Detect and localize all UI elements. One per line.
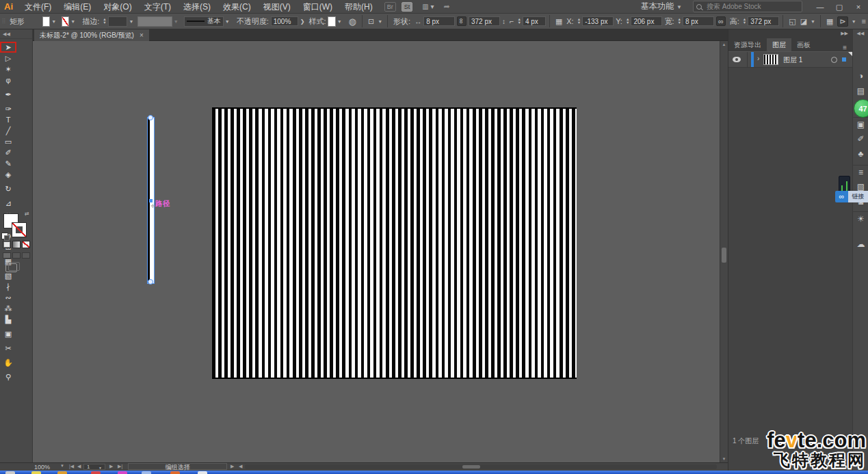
panel-grip[interactable]: ⁞⁞ — [0, 18, 8, 25]
recolor-artwork-icon[interactable]: ◍ — [349, 16, 356, 27]
corner-radius-stepper[interactable]: ▲▼ — [517, 18, 521, 25]
color-button[interactable] — [3, 241, 11, 248]
brushes-panel-icon[interactable]: ✐ — [853, 132, 868, 146]
stroke-weight-stepper[interactable]: ▲▼ — [103, 18, 106, 25]
link-dimensions-icon[interactable]: ∞ — [457, 16, 466, 26]
layer-target-icon[interactable] — [831, 57, 837, 63]
chevron-down-icon[interactable]: ▼ — [60, 464, 64, 468]
x-input[interactable] — [582, 16, 614, 26]
taskbar-app-6[interactable] — [142, 471, 151, 474]
align-to-selection-icon[interactable]: ⊳ — [837, 16, 847, 27]
sync-settings-icon[interactable]: ➦ — [443, 2, 449, 11]
curvature-tool[interactable]: ✑ — [0, 103, 16, 114]
selection-midpoint-handle[interactable] — [149, 199, 153, 202]
width-input[interactable] — [683, 16, 714, 26]
artboard-striped-artwork[interactable] — [212, 107, 577, 379]
blend-tool[interactable]: ∾ — [0, 292, 16, 303]
height-input[interactable] — [748, 16, 779, 26]
workspace-switcher[interactable]: 基本功能▼ — [641, 1, 683, 12]
taskbar-app-2[interactable] — [31, 471, 41, 474]
next-artboard-icon[interactable]: ▶ — [109, 464, 113, 469]
chevron-down-icon[interactable]: ▼ — [129, 19, 133, 24]
taskbar-app-4[interactable] — [91, 471, 101, 474]
stroke-indicator[interactable] — [12, 222, 27, 237]
close-icon[interactable]: × — [140, 29, 144, 41]
align-objects-icon[interactable]: ▦ — [826, 17, 833, 26]
default-fill-stroke-icon[interactable] — [1, 233, 8, 239]
draw-inside-button[interactable] — [22, 252, 30, 259]
layer-name[interactable]: 图层 1 — [783, 55, 802, 65]
color-panel-icon[interactable]: ◑ — [853, 69, 868, 83]
menu-item[interactable]: 文件(F) — [18, 0, 57, 14]
menu-item[interactable]: 选择(S) — [177, 0, 217, 14]
stock-badge[interactable]: St — [402, 2, 413, 12]
menu-item[interactable]: 视图(V) — [257, 0, 297, 14]
chevron-down-icon[interactable]: ▼ — [225, 19, 230, 24]
select-similar-icon[interactable]: ⊡ — [368, 17, 374, 26]
tab-layers[interactable]: 图层 — [767, 38, 791, 51]
creative-cloud-icon[interactable]: ☁ — [853, 237, 868, 251]
swap-fill-stroke-icon[interactable]: ⇄ — [25, 211, 29, 217]
menu-item[interactable]: 效果(C) — [217, 0, 257, 14]
lasso-tool[interactable]: φ — [0, 75, 16, 85]
tab-artboards[interactable]: 画板 — [791, 38, 816, 51]
taskbar-app-1[interactable] — [5, 471, 15, 474]
opacity-input[interactable] — [271, 16, 298, 26]
layer-disclosure-icon[interactable]: › — [757, 55, 759, 62]
rotate-tool[interactable]: ↻ — [0, 183, 16, 194]
document-tab[interactable]: 未标题-2* @ 100% (RGB/预览) × — [34, 29, 149, 41]
bridge-badge[interactable]: Br — [384, 2, 396, 12]
taskbar-app-8[interactable] — [198, 471, 207, 474]
taskbar-app-5[interactable] — [118, 471, 127, 474]
menu-item[interactable]: 帮助(H) — [339, 0, 379, 14]
first-artboard-icon[interactable]: |◀ — [69, 464, 74, 469]
align-to-pixel-grid-icon[interactable]: ▦ — [555, 17, 562, 26]
scroll-right-icon[interactable]: ▶ — [231, 464, 234, 469]
screen-mode-button[interactable] — [5, 263, 17, 272]
horizontal-scroll-thumb[interactable] — [462, 465, 480, 469]
scroll-down-icon[interactable]: ▼ — [720, 457, 728, 461]
graphic-style-swatch[interactable] — [328, 16, 335, 27]
hand-tool[interactable]: ✋ — [0, 357, 16, 368]
tab-asset-export[interactable]: 资源导出 — [728, 38, 767, 51]
links-panel-flyout[interactable]: ∞ 链接 — [835, 191, 868, 202]
close-button[interactable]: × — [849, 0, 868, 14]
horizontal-scrollbar[interactable] — [245, 464, 717, 469]
y-input[interactable] — [631, 16, 662, 26]
selection-handle-top[interactable] — [148, 115, 153, 120]
scroll-left-icon[interactable]: ◀ — [239, 464, 242, 469]
menu-item[interactable]: 编辑(E) — [57, 0, 97, 14]
stroke-color-swatch[interactable] — [62, 16, 69, 27]
chevron-down-icon[interactable]: ▼ — [852, 19, 856, 24]
paintbrush-tool[interactable]: ✐ — [0, 147, 16, 158]
scale-tool[interactable]: ⊿ — [0, 198, 16, 209]
pencil-tool[interactable]: ✎ — [0, 158, 16, 169]
vertical-scroll-thumb[interactable] — [722, 248, 726, 263]
zoom-tool[interactable]: ⚲ — [0, 371, 16, 382]
zoom-level[interactable]: 100% — [34, 464, 50, 471]
dock-collapse-header[interactable]: ▶▶ — [728, 29, 852, 38]
draw-normal-button[interactable] — [3, 252, 11, 259]
libraries-panel-icon[interactable]: ▣ — [853, 117, 868, 131]
strip-expand-header[interactable]: ◀◀ — [853, 29, 868, 38]
shape-height-input[interactable] — [469, 16, 500, 26]
magic-wand-tool[interactable]: ✶ — [0, 64, 16, 75]
chevron-down-icon[interactable]: ▼ — [811, 19, 815, 24]
canvas[interactable]: ✛ 路径 — [33, 41, 720, 462]
expand-arrow-icon[interactable]: ❯ — [300, 18, 305, 25]
x-stepper[interactable]: ▲▼ — [577, 18, 581, 25]
layer-thumbnail[interactable] — [763, 54, 778, 65]
fill-color-swatch[interactable] — [42, 16, 50, 27]
shape-width-input[interactable] — [423, 16, 455, 26]
corner-radius-input[interactable] — [523, 16, 546, 26]
artboard-tool[interactable]: ▣ — [0, 328, 16, 339]
chevron-down-icon[interactable]: ▼ — [337, 19, 342, 24]
prev-artboard-icon[interactable]: ◀ — [77, 464, 81, 469]
artboard-number-dropdown[interactable]: 1 ▼ — [83, 464, 105, 470]
stroke-panel-icon[interactable]: ≡ — [853, 165, 868, 179]
eraser-tool[interactable]: ◈ — [0, 169, 16, 180]
minimize-button[interactable]: — — [811, 0, 830, 14]
none-button[interactable] — [22, 241, 30, 248]
rectangle-tool[interactable]: ▭ — [0, 136, 16, 147]
gradient-button[interactable] — [12, 241, 21, 248]
